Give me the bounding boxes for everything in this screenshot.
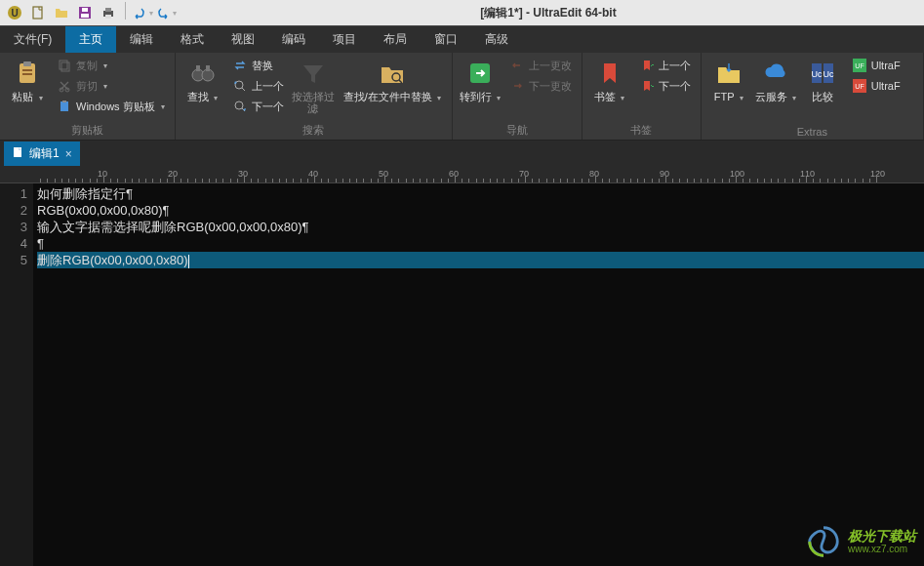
copy-icon (57, 58, 72, 73)
ribbon-group-clipboard: 粘贴 ▾ 复制▾ 剪切▾ Windows 剪贴板▾ 剪贴板 (0, 53, 176, 140)
find-in-files-button[interactable]: 查找/在文件中替换 ▾ (339, 56, 446, 103)
menu-tab-layout[interactable]: 布局 (370, 26, 421, 53)
menu-tab-view[interactable]: 视图 (218, 26, 268, 53)
window-title: [编辑1*] - UltraEdit 64-bit (177, 5, 920, 21)
bookmark-button[interactable]: 书签 ▾ (588, 56, 631, 103)
code-line[interactable]: 如何删除指定行¶ (37, 185, 924, 202)
svg-rect-13 (60, 61, 67, 69)
undo-icon[interactable]: ▾ (132, 2, 153, 23)
svg-rect-4 (81, 14, 89, 18)
menu-tab-window[interactable]: 窗口 (421, 26, 471, 53)
svg-rect-14 (61, 62, 69, 71)
close-tab-icon[interactable]: × (65, 147, 72, 161)
watermark-url: www.xz7.com (848, 544, 916, 554)
prev-icon (232, 78, 248, 94)
svg-point-24 (235, 101, 243, 109)
code-line[interactable]: ¶ (37, 235, 924, 252)
ribbon: 粘贴 ▾ 复制▾ 剪切▾ Windows 剪贴板▾ 剪贴板 查找 ▾ 替换 上一… (0, 53, 924, 141)
code-line[interactable]: 删除RGB(0x00,0x00,0x80) (37, 252, 924, 268)
line-gutter: 12345 (0, 183, 33, 566)
svg-rect-7 (105, 8, 111, 12)
cloud-icon (760, 58, 791, 89)
menu-tab-encoding[interactable]: 编码 (268, 26, 319, 53)
svg-rect-35 (14, 147, 21, 157)
ribbon-group-bookmarks: 书签 ▾ 上一个 下一个 书签 (583, 53, 702, 140)
watermark: 极光下载站 www.xz7.com (805, 523, 916, 560)
svg-rect-17 (60, 101, 68, 111)
ribbon-group-nav: 转到行 ▾ 上一更改 下一更改 导航 (453, 53, 583, 140)
menu-tab-file[interactable]: 文件(F) (0, 26, 65, 53)
bookmark-down-icon (639, 78, 655, 94)
ribbon-group-search: 查找 ▾ 替换 上一个 下一个 按选择过滤 查找/在文件中替换 ▾ 搜索 (176, 53, 453, 140)
bookmark-next-button[interactable]: 下一个 (635, 76, 695, 96)
goto-icon (464, 58, 496, 89)
menu-tab-format[interactable]: 格式 (167, 26, 218, 53)
menu-tab-edit[interactable]: 编辑 (116, 26, 167, 53)
menu-tabs: 文件(F) 主页 编辑 格式 视图 编码 项目 布局 窗口 高级 (0, 25, 924, 53)
ultraf2-button[interactable]: UFUltraF (848, 76, 904, 96)
folder-search-icon (377, 58, 408, 89)
copy-button[interactable]: 复制▾ (53, 56, 169, 75)
code-line[interactable]: RGB(0x00,0x00,0x80)¶ (37, 202, 924, 219)
svg-rect-22 (206, 65, 210, 71)
title-bar: U ▾ ▾ [编辑1*] - UltraEdit 64-bit (0, 0, 924, 25)
svg-text:Uc: Uc (823, 69, 833, 79)
document-tabs: 编辑1 × (0, 141, 924, 166)
ultraf1-button[interactable]: UFUltraF (848, 56, 904, 75)
open-file-icon[interactable] (51, 2, 72, 23)
compare-button[interactable]: UcUc 比较 (801, 56, 844, 102)
paste-button[interactable]: 粘贴 ▾ (6, 56, 49, 103)
next-icon (232, 99, 248, 114)
svg-rect-8 (105, 15, 111, 19)
cut-icon (57, 78, 72, 94)
cloud-button[interactable]: 云服务 ▾ (754, 56, 797, 103)
menu-tab-project[interactable]: 项目 (319, 26, 370, 53)
filter-button[interactable]: 按选择过滤 (292, 56, 335, 114)
svg-text:UF: UF (855, 62, 864, 69)
replace-button[interactable]: 替换 (228, 56, 288, 75)
document-tab[interactable]: 编辑1 × (4, 142, 80, 166)
compare-icon: UcUc (807, 58, 838, 89)
clipboard-icon (57, 99, 72, 114)
replace-icon (232, 58, 248, 73)
find-next-button[interactable]: 下一个 (228, 97, 288, 116)
svg-rect-12 (22, 73, 32, 75)
code-area[interactable]: 如何删除指定行¶RGB(0x00,0x00,0x80)¶输入文字据需选择呢删除R… (33, 183, 924, 566)
next-change-button[interactable]: 下一更改 (505, 76, 576, 96)
svg-rect-21 (196, 65, 200, 71)
svg-text:U: U (11, 8, 18, 19)
svg-rect-18 (62, 101, 66, 102)
ftp-button[interactable]: FTP ▾ (707, 56, 750, 103)
app-icon[interactable]: U (4, 2, 25, 23)
document-tab-label: 编辑1 (29, 145, 60, 162)
svg-rect-11 (22, 69, 32, 71)
svg-rect-2 (33, 7, 42, 19)
new-file-icon[interactable] (27, 2, 49, 23)
find-prev-button[interactable]: 上一个 (228, 76, 288, 96)
save-icon[interactable] (74, 2, 96, 23)
menu-tab-home[interactable]: 主页 (65, 26, 116, 53)
svg-rect-10 (23, 61, 31, 66)
goto-button[interactable]: 转到行 ▾ (459, 56, 502, 103)
bookmark-icon (594, 58, 625, 89)
windows-clipboard-button[interactable]: Windows 剪贴板▾ (53, 97, 169, 116)
prev-change-button[interactable]: 上一更改 (505, 56, 576, 75)
arrow-right-icon (509, 78, 525, 94)
menu-tab-advanced[interactable]: 高级 (471, 26, 522, 53)
ribbon-group-extras: FTP ▾ 云服务 ▾ UcUc 比较 UFUltraF UFUltraF Ex… (702, 53, 924, 140)
bookmark-up-icon (639, 58, 655, 73)
cut-button[interactable]: 剪切▾ (53, 76, 169, 96)
arrow-left-icon (509, 58, 525, 73)
bookmark-prev-button[interactable]: 上一个 (635, 56, 695, 75)
find-button[interactable]: 查找 ▾ (181, 56, 224, 103)
editor[interactable]: 12345 如何删除指定行¶RGB(0x00,0x00,0x80)¶输入文字据需… (0, 183, 924, 566)
print-icon[interactable] (98, 2, 119, 23)
file-icon (12, 146, 23, 161)
funnel-icon (298, 58, 329, 89)
logo-icon (805, 523, 842, 560)
svg-text:UF: UF (855, 83, 864, 90)
redo-icon[interactable]: ▾ (155, 2, 177, 23)
watermark-name: 极光下载站 (848, 529, 916, 544)
svg-rect-5 (82, 8, 88, 12)
code-line[interactable]: 输入文字据需选择呢删除RGB(0x00,0x00,0x80)¶ (37, 219, 924, 235)
